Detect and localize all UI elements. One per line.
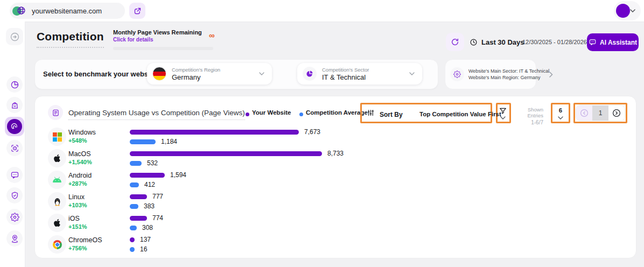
pie-chart-icon [303,67,317,81]
sort-by-label: Sort By [380,111,403,118]
sort-by-value[interactable]: Top Competition Value First [419,111,501,117]
sidebar-item-tracking[interactable] [6,140,23,156]
page-title: Competition [37,30,104,48]
region-dropdown[interactable]: Competition's Region Germany [147,63,272,85]
your-website-bar [130,194,147,199]
region-dropdown-label: Competition's Region [172,67,259,73]
shown-entries-value: 1-6/7 [511,120,543,125]
os-change-percent: +151% [68,223,87,230]
clock-icon [470,38,478,46]
windows-icon [48,128,66,146]
os-change-percent: +287% [68,180,87,187]
prev-page-button[interactable] [576,106,592,121]
quota-block: Monthly Page Views Remaining Click for d… [113,29,221,43]
quota-progress-bar [113,47,213,50]
os-rows: Windows+548%7,6731,184MacOS+1,540%8,7335… [35,127,636,256]
os-row-chromeos: ChromeOS+756%13716 [35,234,636,256]
os-row-android: Android+287%1,594412 [35,170,636,191]
page-size-value: 6 [551,107,570,114]
chevron-down-icon[interactable] [500,116,506,120]
legend-competition-average: Competition Average [306,109,368,116]
ai-assistant-button[interactable]: AI Assistant [587,33,639,51]
os-change-percent: +103% [68,202,87,208]
arrow-left-circle-icon [579,108,589,118]
legend-your-website: Your Website [252,109,291,116]
os-name: Android [68,172,92,179]
chevron-down-icon [259,72,264,75]
os-change-percent: +548% [68,137,87,144]
website-main-settings-card[interactable]: Website's Main Sector: IT & Technical We… [445,59,536,89]
android-icon [48,171,66,189]
os-row-windows: Windows+548%7,6731,184 [35,127,636,148]
os-usage-panel: Operating System Usage vs Competition (P… [34,96,636,258]
bar-value-label: 1,594 [170,171,186,179]
domain-name: yourwebsitename.com [32,7,102,15]
your-website-bar [130,173,165,178]
external-link-icon [134,7,142,15]
os-name: iOS [68,215,80,222]
sidebar-item-settings[interactable] [6,209,23,225]
open-website-button[interactable] [129,3,145,19]
sidebar-item-security[interactable] [6,187,23,203]
chat-icon [589,38,597,46]
report-icon [48,105,63,120]
os-row-macos: MacOS+1,540%8,733532 [35,148,636,170]
period-selector[interactable]: Last 30 Days [470,34,524,50]
legend-dot-your-website [246,113,249,116]
competition-average-bar [130,139,156,144]
sidebar-item-overview[interactable] [6,76,23,93]
chevron-down-icon [630,9,635,12]
panel-title: Operating System Usage vs Competition (P… [68,109,245,120]
sector-dropdown[interactable]: Competition's Sector IT & Technical [297,63,422,85]
sector-dropdown-value: IT & Technical [322,73,409,81]
avatar [616,4,630,18]
current-page: 1 [592,106,608,121]
collapse-arrow-icon [10,32,20,42]
date-range-picker[interactable]: 12/30/2025 - 01/28/2026 [522,34,594,50]
quota-value: ∞ [209,31,215,40]
shown-entries: Shown Entries 1-6/7 [511,107,543,125]
website-selector[interactable]: yourwebsitename.com [10,3,125,19]
region-dropdown-value: Germany [172,73,259,81]
sidebar [0,22,25,267]
refresh-button[interactable] [446,33,464,51]
os-change-percent: +756% [68,245,87,251]
os-row-linux: Linux+103%777383 [35,191,636,213]
chevron-down-icon [409,72,415,75]
os-change-percent: +1,540% [68,159,92,165]
sidebar-item-locations[interactable] [6,230,23,247]
os-name: MacOS [68,150,91,158]
date-range-value: 12/30/2025 - 01/28/2026 [522,39,587,45]
sidebar-item-ecommerce[interactable] [6,97,23,113]
account-menu[interactable] [614,1,641,20]
website-main-region: Website's Main Region: Germany [468,74,549,81]
os-name: Linux [68,193,85,201]
your-website-bar [130,130,299,135]
refresh-icon [451,38,459,46]
chat-icon [10,171,19,180]
filter-funnel-icon[interactable] [499,107,507,115]
competition-average-bar [130,226,137,230]
sidebar-item-competition[interactable] [5,117,24,136]
sector-dropdown-label: Competition's Sector [322,67,409,73]
sidebar-collapse-button[interactable] [6,28,23,45]
sliders-sort-icon [367,109,375,117]
bar-value-label: 16 [140,245,147,253]
os-row-ios: iOS+151%774308 [35,213,636,234]
map-pin-icon [10,234,19,243]
bar-value-label: 532 [147,159,158,167]
apple-icon [48,149,66,167]
quota-details-link[interactable]: Click for details [113,37,221,43]
your-website-bar [130,237,135,242]
arrow-right-circle-icon [612,108,621,118]
your-website-bar [130,216,147,221]
legend-dot-competition-average [299,113,303,116]
bar-value-label: 777 [152,193,163,200]
page-size-selector[interactable]: 6 [551,103,570,123]
shopping-bag-icon [10,101,19,110]
os-name: ChromeOS [68,236,102,244]
next-page-button[interactable] [608,106,625,121]
gear-icon [450,67,464,81]
competition-average-bar [130,182,139,187]
sidebar-item-messages[interactable] [6,167,23,183]
